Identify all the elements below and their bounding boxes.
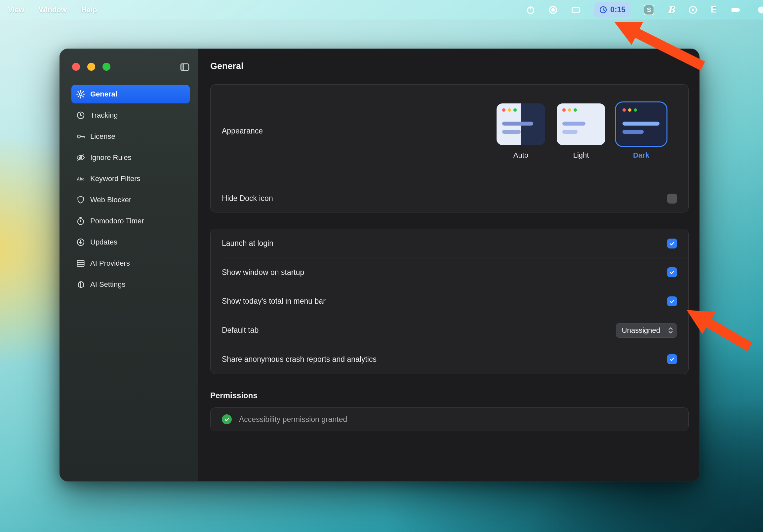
menu-group: View Window Help — [0, 6, 97, 14]
sidebar-item-pomodoro-timer[interactable]: Pomodoro Timer — [71, 212, 190, 230]
show-window-on-startup-row: Show window on startup — [211, 258, 688, 287]
battery-icon[interactable] — [730, 5, 742, 15]
menu-bar: View Window Help 0:15 S B E — [0, 0, 763, 20]
svg-text:Abc: Abc — [77, 177, 84, 181]
menu-view[interactable]: View — [8, 6, 25, 14]
sidebar-item-ai-settings[interactable]: AI Settings — [71, 275, 190, 294]
sidebar-nav: General Tracking License Ignore Rules — [71, 85, 190, 297]
theme-preview-dots — [622, 108, 637, 112]
theme-preview-dots — [562, 108, 577, 112]
appearance-row: Appearance Auto Light — [211, 85, 688, 184]
show-todays-total-row: Show today's total in menu bar — [211, 287, 688, 316]
default-tab-select[interactable]: Unassigned — [616, 323, 677, 338]
timer-icon — [76, 217, 85, 226]
launch-at-login-row: Launch at login — [211, 229, 688, 258]
sidebar-item-label: Ignore Rules — [90, 153, 132, 162]
check-icon — [669, 356, 675, 362]
sidebar-item-label: Pomodoro Timer — [90, 217, 144, 225]
sidebar-toggle-icon[interactable] — [179, 62, 190, 72]
sidebar-item-updates[interactable]: Updates — [71, 233, 190, 251]
sidebar-item-license[interactable]: License — [71, 127, 190, 146]
permissions-header: Permissions — [210, 391, 258, 400]
sidebar-item-label: General — [90, 90, 117, 99]
shield-icon — [76, 195, 85, 205]
abc-icon: Abc — [76, 174, 85, 183]
traffic-lights — [72, 63, 110, 71]
permission-status-text: Accessibility permission granted — [239, 415, 347, 424]
appearance-option-dark-label: Dark — [633, 151, 649, 160]
eye-slash-icon — [76, 153, 85, 162]
sidebar-item-label: Tracking — [90, 111, 118, 120]
sidebar-item-general[interactable]: General — [71, 85, 190, 103]
appearance-option-auto[interactable] — [496, 103, 545, 145]
theme-preview-dots — [502, 108, 517, 112]
show-todays-total-checkbox[interactable] — [667, 297, 677, 306]
check-icon — [669, 240, 675, 246]
permission-granted-check-icon — [222, 414, 232, 424]
key-icon — [76, 132, 85, 141]
menu-window[interactable]: Window — [39, 6, 67, 14]
hide-dock-checkbox[interactable] — [667, 194, 677, 204]
clock-icon — [76, 111, 85, 120]
s-app-icon[interactable]: S — [644, 5, 654, 15]
hide-dock-label: Hide Dock icon — [222, 194, 273, 203]
startup-settings-card: Launch at login Show window on startup S… — [210, 229, 689, 374]
theme-options: Auto Light Dark — [496, 103, 666, 160]
sidebar-item-label: License — [90, 132, 115, 141]
zoom-button[interactable] — [102, 63, 110, 71]
share-analytics-checkbox[interactable] — [667, 354, 677, 364]
sidebar-item-label: AI Providers — [90, 259, 130, 268]
status-icons: 0:15 S B E — [526, 0, 763, 20]
default-tab-value: Unassigned — [622, 326, 660, 335]
appearance-option-light[interactable] — [557, 103, 605, 145]
play-circle-icon[interactable] — [688, 5, 698, 15]
scribble-app-icon[interactable]: B — [668, 5, 675, 15]
default-tab-label: Default tab — [222, 326, 259, 335]
hide-dock-row: Hide Dock icon — [211, 184, 688, 213]
appearance-option-light-label: Light — [573, 151, 589, 160]
e-app-icon[interactable]: E — [711, 5, 717, 15]
timer-pill-value: 0:15 — [610, 5, 625, 14]
sidebar-item-label: Keyword Filters — [90, 174, 141, 183]
close-button[interactable] — [72, 63, 80, 71]
power-icon[interactable] — [526, 5, 535, 15]
brain-icon — [76, 280, 85, 289]
menubar-timer-pill[interactable]: 0:15 — [594, 2, 630, 18]
screen-record-icon[interactable] — [571, 5, 581, 15]
check-icon — [669, 299, 675, 304]
record-icon[interactable] — [548, 5, 558, 15]
sidebar-item-label: AI Settings — [90, 280, 125, 289]
appearance-card: Appearance Auto Light — [210, 84, 689, 213]
check-icon — [669, 269, 675, 275]
appearance-option-auto-label: Auto — [513, 151, 528, 160]
appearance-label: Appearance — [222, 127, 263, 135]
launch-at-login-label: Launch at login — [222, 239, 273, 248]
chevron-up-down-icon — [668, 326, 673, 334]
show-window-on-startup-label: Show window on startup — [222, 268, 304, 277]
sidebar-item-ai-providers[interactable]: AI Providers — [71, 254, 190, 273]
appearance-option-dark[interactable] — [617, 103, 666, 145]
sidebar-item-web-blocker[interactable]: Web Blocker — [71, 191, 190, 209]
launch-at-login-checkbox[interactable] — [667, 238, 677, 248]
server-icon — [76, 259, 85, 268]
permissions-card: Accessibility permission granted — [210, 407, 689, 431]
edge-partial-icon[interactable] — [755, 5, 763, 15]
menu-help[interactable]: Help — [81, 6, 97, 14]
default-tab-row: Default tab Unassigned — [211, 316, 688, 345]
sidebar-item-label: Web Blocker — [90, 196, 131, 204]
settings-content: General Appearance Auto — [198, 48, 700, 482]
download-circle-icon — [76, 237, 85, 247]
show-todays-total-label: Show today's total in menu bar — [222, 297, 326, 306]
show-window-on-startup-checkbox[interactable] — [667, 267, 677, 277]
page-title: General — [210, 61, 244, 71]
sidebar: General Tracking License Ignore Rules — [59, 48, 198, 482]
sidebar-item-keyword-filters[interactable]: Abc Keyword Filters — [71, 169, 190, 188]
sidebar-item-tracking[interactable]: Tracking — [71, 106, 190, 125]
share-analytics-row: Share anonymous crash reports and analyt… — [211, 345, 688, 374]
sidebar-item-label: Updates — [90, 238, 117, 246]
gear-icon — [76, 90, 85, 99]
sidebar-item-ignore-rules[interactable]: Ignore Rules — [71, 148, 190, 167]
arrow-to-menu-bar-checkbox — [696, 315, 750, 347]
minimize-button[interactable] — [87, 63, 95, 71]
share-analytics-label: Share anonymous crash reports and analyt… — [222, 355, 377, 364]
